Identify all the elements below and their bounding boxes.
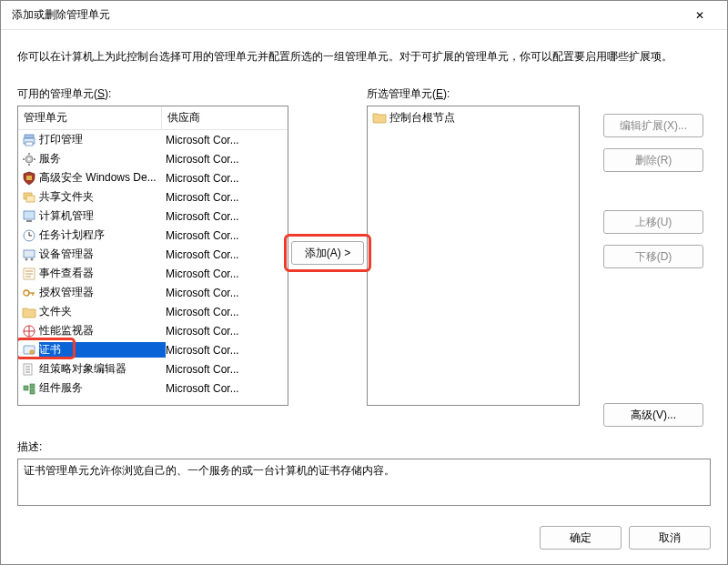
footer: 确定 取消 [1, 517, 727, 564]
list-item[interactable]: 组件服务Microsoft Cor... [18, 378, 288, 398]
titlebar: 添加或删除管理单元 ✕ [1, 1, 727, 30]
shield-icon [22, 171, 36, 186]
list-item[interactable]: 打印管理Microsoft Cor... [18, 130, 288, 149]
tree-root-label: 控制台根节点 [389, 110, 455, 126]
description-label: 描述: [17, 439, 711, 455]
list-item[interactable]: 事件查看器Microsoft Cor... [18, 264, 288, 283]
available-list[interactable]: 管理单元 供应商 打印管理Microsoft Cor...服务Microsoft… [17, 106, 288, 406]
item-vendor: Microsoft Cor... [166, 229, 284, 242]
item-vendor: Microsoft Cor... [166, 172, 284, 185]
ok-button[interactable]: 确定 [540, 526, 622, 550]
item-name: 文件夹 [39, 304, 166, 319]
computer-icon [22, 209, 36, 224]
list-header: 管理单元 供应商 [18, 106, 288, 130]
item-vendor: Microsoft Cor... [166, 210, 284, 223]
device-icon [22, 247, 36, 262]
available-label: 可用的管理单元(S): [17, 86, 288, 102]
item-name: 授权管理器 [39, 285, 166, 300]
available-snapins-column: 可用的管理单元(S): 管理单元 供应商 打印管理Microsoft Cor..… [17, 86, 288, 427]
list-item[interactable]: 设备管理器Microsoft Cor... [18, 245, 288, 264]
item-name: 性能监视器 [39, 323, 166, 338]
svg-rect-36 [24, 386, 28, 390]
item-name: 共享文件夹 [39, 189, 166, 205]
svg-rect-2 [25, 142, 33, 146]
svg-rect-17 [24, 250, 35, 257]
description-box: 证书管理单元允许你浏览自己的、一个服务的或一台计算机的证书存储内容。 [17, 459, 711, 506]
item-name: 任务计划程序 [39, 227, 166, 243]
list-item[interactable]: 任务计划程序Microsoft Cor... [18, 226, 288, 245]
columns: 可用的管理单元(S): 管理单元 供应商 打印管理Microsoft Cor..… [17, 86, 711, 427]
svg-point-31 [30, 349, 34, 353]
list-item[interactable]: 授权管理器Microsoft Cor... [18, 283, 288, 302]
event-icon [22, 267, 36, 281]
list-item[interactable]: 计算机管理Microsoft Cor... [18, 207, 288, 226]
list-item[interactable]: 共享文件夹Microsoft Cor... [18, 187, 288, 207]
svg-rect-11 [26, 196, 35, 202]
move-down-button[interactable]: 下移(D) [603, 245, 703, 268]
item-name: 打印管理 [39, 132, 166, 147]
header-name[interactable]: 管理单元 [18, 106, 162, 129]
item-vendor: Microsoft Cor... [166, 267, 284, 280]
close-button[interactable]: ✕ [680, 3, 720, 28]
list-item[interactable]: 服务Microsoft Cor... [18, 149, 288, 168]
item-name: 计算机管理 [39, 208, 166, 224]
item-vendor: Microsoft Cor... [166, 134, 284, 146]
list-item[interactable]: 性能监视器Microsoft Cor... [18, 321, 288, 340]
perf-icon [22, 324, 36, 338]
window-title: 添加或删除管理单元 [8, 7, 680, 23]
svg-rect-12 [24, 211, 35, 219]
item-vendor: Microsoft Cor... [166, 191, 284, 204]
svg-point-4 [28, 157, 31, 160]
dialog-window: 添加或删除管理单元 ✕ 你可以在计算机上为此控制台选择可用的管理单元并配置所选的… [0, 0, 728, 565]
item-name: 高级安全 Windows De... [39, 170, 166, 186]
item-vendor: Microsoft Cor... [166, 306, 284, 318]
item-name: 事件查看器 [39, 266, 166, 281]
key-icon [22, 286, 36, 300]
dialog-description: 你可以在计算机上为此控制台选择可用的管理单元并配置所选的一组管理单元。对于可扩展… [17, 48, 711, 65]
svg-rect-37 [30, 384, 35, 388]
folder-icon [372, 110, 387, 125]
tree-root[interactable]: 控制台根节点 [369, 108, 577, 126]
svg-point-19 [31, 257, 34, 260]
list-body[interactable]: 打印管理Microsoft Cor...服务Microsoft Cor...高级… [18, 130, 288, 405]
close-icon: ✕ [695, 9, 704, 22]
middle-column: 添加(A) > [288, 86, 367, 427]
item-name: 服务 [39, 151, 166, 166]
printer-icon [22, 133, 36, 147]
item-vendor: Microsoft Cor... [166, 248, 284, 261]
add-button[interactable]: 添加(A) > [291, 241, 364, 265]
move-up-button[interactable]: 上移(U) [603, 210, 703, 234]
header-vendor[interactable]: 供应商 [162, 106, 288, 129]
svg-rect-0 [25, 135, 34, 138]
list-item[interactable]: 组策略对象编辑器Microsoft Cor... [18, 359, 288, 378]
gpo-icon [22, 362, 36, 377]
list-item[interactable]: 高级安全 Windows De...Microsoft Cor... [18, 168, 288, 187]
selected-label: 所选管理单元(E): [367, 86, 580, 102]
clock-icon [22, 228, 36, 243]
description-text: 证书管理单元允许你浏览自己的、一个服务的或一台计算机的证书存储内容。 [24, 463, 704, 479]
right-buttons-column: 编辑扩展(X)... 删除(R) 上移(U) 下移(D) 高级(V)... [580, 86, 711, 427]
selected-snapins-column: 所选管理单元(E): 控制台根节点 [367, 86, 580, 427]
selected-tree[interactable]: 控制台根节点 [367, 106, 580, 406]
content-area: 你可以在计算机上为此控制台选择可用的管理单元并配置所选的一组管理单元。对于可扩展… [1, 30, 727, 517]
list-item[interactable]: 文件夹Microsoft Cor... [18, 302, 288, 321]
item-vendor: Microsoft Cor... [166, 287, 284, 299]
item-name: 证书 [39, 342, 166, 358]
cert-icon [22, 343, 36, 358]
item-vendor: Microsoft Cor... [166, 153, 284, 166]
item-vendor: Microsoft Cor... [166, 382, 284, 395]
item-name: 组件服务 [39, 380, 166, 396]
component-icon [22, 381, 36, 396]
edit-extensions-button[interactable]: 编辑扩展(X)... [603, 114, 703, 137]
folder-icon [22, 305, 36, 319]
svg-point-18 [25, 257, 28, 260]
remove-button[interactable]: 删除(R) [603, 148, 703, 172]
advanced-button[interactable]: 高级(V)... [603, 403, 703, 427]
share-icon [22, 190, 36, 205]
svg-rect-9 [26, 176, 32, 180]
item-vendor: Microsoft Cor... [166, 363, 284, 376]
list-item[interactable]: 证书Microsoft Cor... [18, 340, 288, 359]
cancel-button[interactable]: 取消 [629, 526, 711, 550]
svg-rect-13 [26, 220, 32, 222]
item-name: 组策略对象编辑器 [39, 361, 166, 377]
